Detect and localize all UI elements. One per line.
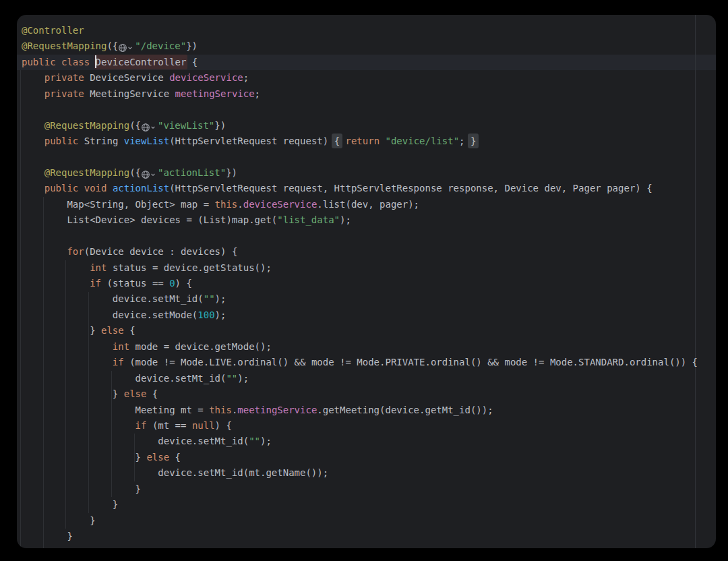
highlighted-identifier: DeviceController: [94, 55, 188, 69]
code-token: "/device": [135, 40, 186, 51]
code-line[interactable]: if (mode != Mode.LIVE.ordinal() && mode …: [22, 355, 716, 370]
globe-inlay-icon[interactable]: [141, 167, 158, 182]
code-line[interactable]: if (mt == null) {: [22, 418, 716, 434]
code-line[interactable]: device.setMt_id(mt.getName());: [22, 465, 716, 481]
code-line[interactable]: int mode = device.getMode();: [22, 339, 716, 355]
code-token: }: [22, 531, 73, 541]
code-token: else: [146, 452, 169, 463]
code-token: (Device device : devices) {: [84, 246, 238, 257]
code-token: @Controller: [22, 25, 84, 36]
code-line[interactable]: device.setMt_id("");: [22, 434, 716, 449]
code-token: [22, 357, 113, 367]
code-line[interactable]: } else {: [22, 450, 716, 465]
code-token: ;: [243, 72, 249, 83]
code-token: .getMeeting(device.getMt_id());: [317, 405, 493, 415]
code-line[interactable]: }: [22, 529, 716, 544]
code-token: "viewList": [158, 120, 214, 131]
code-token: [22, 278, 90, 289]
code-token: );: [260, 436, 272, 446]
code-area[interactable]: @Controller@RequestMapping({"/device"})p…: [17, 23, 716, 544]
code-token: this: [215, 199, 238, 210]
code-token: device.setMode(: [22, 309, 198, 320]
code-line[interactable]: Map<String, Object> map = this.deviceSer…: [22, 197, 716, 212]
code-line[interactable]: if (status == 0) {: [22, 276, 716, 291]
code-token: viewList: [124, 136, 169, 146]
code-token: [22, 167, 44, 178]
code-token: }): [186, 40, 198, 51]
code-token: "device/list": [386, 136, 460, 146]
code-token: deviceService: [169, 72, 243, 83]
code-line[interactable]: for(Device device : devices) {: [22, 244, 716, 260]
code-line[interactable]: @RequestMapping({"viewList"}): [22, 118, 716, 134]
code-token: ({: [107, 40, 118, 51]
code-token: List<Device> devices = (List)map.get(: [22, 214, 277, 225]
code-line[interactable]: int status = device.getStatus();: [22, 260, 716, 276]
code-token: [22, 72, 44, 83]
code-line[interactable]: public void actionList(HttpServletReques…: [22, 181, 716, 196]
globe-inlay-icon[interactable]: [141, 119, 158, 135]
code-token: .: [237, 199, 243, 210]
code-token: Map<String, Object> map =: [22, 199, 215, 210]
desktop-background: { "app": { "description": "Dark themed c…: [0, 0, 728, 561]
code-token: MeetingService: [90, 88, 175, 99]
code-token: [22, 246, 67, 257]
code-token: }: [22, 515, 96, 526]
code-token: }): [214, 120, 226, 131]
code-line[interactable]: } else {: [22, 386, 716, 402]
code-token: "list_data": [277, 214, 340, 225]
code-token: mode = device.getMode();: [135, 341, 272, 352]
code-token: null: [192, 420, 215, 431]
code-token: ({: [129, 167, 141, 178]
code-line[interactable]: [22, 229, 716, 244]
code-token: if: [135, 420, 152, 431]
code-line[interactable]: public String viewList(HttpServletReques…: [22, 134, 716, 149]
code-line[interactable]: }: [22, 513, 716, 529]
code-token: (mode != Mode.LIVE.ordinal() && mode != …: [129, 357, 698, 367]
code-token: meetingService: [175, 88, 255, 99]
code-token: {: [146, 388, 158, 399]
code-token: return: [346, 136, 386, 146]
code-line[interactable]: [22, 102, 716, 117]
code-line[interactable]: [22, 150, 716, 165]
code-token: );: [340, 214, 351, 225]
code-token: private: [44, 72, 90, 83]
code-token: for: [67, 246, 84, 257]
code-line[interactable]: private DeviceService deviceService;: [22, 70, 716, 86]
code-line[interactable]: @RequestMapping({"actionList"}): [22, 165, 716, 181]
code-line[interactable]: public class DeviceController {: [22, 55, 716, 70]
code-token: (mt ==: [152, 420, 192, 431]
code-line[interactable]: }: [22, 481, 716, 497]
code-line[interactable]: device.setMode(100);: [22, 307, 716, 323]
code-line[interactable]: }: [22, 497, 716, 512]
code-token: device.setMt_id(: [22, 373, 226, 384]
code-line[interactable]: @RequestMapping({"/device"}): [22, 38, 716, 54]
code-line[interactable]: List<Device> devices = (List)map.get("li…: [22, 212, 716, 228]
code-token: [22, 136, 44, 146]
code-token: public void: [44, 183, 113, 194]
code-token: );: [237, 373, 249, 384]
code-token: @RequestMapping: [44, 167, 129, 178]
code-token: {: [124, 325, 135, 336]
code-token: [22, 183, 44, 194]
code-line[interactable]: } else {: [22, 323, 716, 338]
code-line[interactable]: Meeting mt = this.meetingService.getMeet…: [22, 403, 716, 418]
code-token: String: [84, 136, 124, 146]
code-line[interactable]: device.setMt_id("");: [22, 291, 716, 307]
code-token: private: [44, 88, 90, 99]
code-token: Meeting mt =: [22, 405, 209, 415]
code-token: [22, 120, 44, 131]
code-line[interactable]: device.setMt_id("");: [22, 371, 716, 386]
code-token: "": [204, 293, 215, 304]
code-token: @RequestMapping: [22, 40, 107, 51]
code-token: device.setMt_id(: [22, 436, 249, 446]
globe-inlay-icon[interactable]: [118, 40, 135, 55]
code-token: [22, 341, 113, 352]
folded-brace[interactable]: }: [468, 134, 479, 148]
code-token: }: [22, 452, 146, 463]
code-token: ({: [129, 120, 141, 131]
code-token: else: [101, 325, 124, 336]
code-token: (HttpServletRequest request, HttpServlet…: [169, 183, 652, 194]
code-token: [22, 88, 44, 99]
code-line[interactable]: private MeetingService meetingService;: [22, 86, 716, 102]
code-line[interactable]: @Controller: [22, 23, 716, 38]
